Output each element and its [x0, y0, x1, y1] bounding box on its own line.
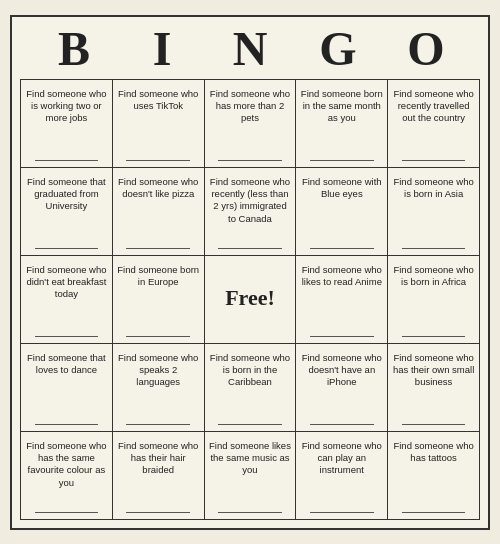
bingo-cell-3: Find someone born in the same month as y… [296, 80, 388, 168]
cell-text-9: Find someone who is born in Asia [392, 174, 475, 245]
cell-text-10: Find someone who didn't eat breakfast to… [25, 262, 108, 333]
cell-line-15 [35, 424, 99, 425]
bingo-cell-14: Find someone who is born in Africa [388, 256, 480, 344]
bingo-card: BINGO Find someone who is working two or… [10, 15, 490, 530]
cell-line-8 [310, 248, 374, 249]
cell-text-5: Find someone that graduated from Univers… [25, 174, 108, 245]
bingo-cell-5: Find someone that graduated from Univers… [21, 168, 113, 256]
cell-text-20: Find someone who has the same favourite … [25, 438, 108, 509]
bingo-letter-i: I [118, 25, 206, 73]
bingo-cell-15: Find someone that loves to dance [21, 344, 113, 432]
cell-line-9 [402, 248, 466, 249]
cell-text-19: Find someone who has their own small bus… [392, 350, 475, 421]
bingo-cell-1: Find someone who uses TikTok [113, 80, 205, 168]
cell-text-8: Find someone with Blue eyes [300, 174, 383, 245]
bingo-cell-6: Find someone who doesn't like pizza [113, 168, 205, 256]
bingo-cell-17: Find someone who is born in the Caribbea… [205, 344, 297, 432]
cell-line-7 [218, 248, 282, 249]
bingo-letter-b: B [30, 25, 118, 73]
bingo-cell-23: Find someone who can play an instrument [296, 432, 388, 520]
cell-text-15: Find someone that loves to dance [25, 350, 108, 421]
cell-text-14: Find someone who is born in Africa [392, 262, 475, 333]
bingo-cell-0: Find someone who is working two or more … [21, 80, 113, 168]
bingo-cell-24: Find someone who has tattoos [388, 432, 480, 520]
cell-text-11: Find someone born in Europe [117, 262, 200, 333]
bingo-cell-8: Find someone with Blue eyes [296, 168, 388, 256]
bingo-grid: Find someone who is working two or more … [20, 79, 480, 520]
cell-line-13 [310, 336, 374, 337]
cell-line-11 [126, 336, 190, 337]
bingo-cell-16: Find someone who speaks 2 languages [113, 344, 205, 432]
bingo-letter-o: O [382, 25, 470, 73]
bingo-cell-11: Find someone born in Europe [113, 256, 205, 344]
cell-text-0: Find someone who is working two or more … [25, 86, 108, 157]
cell-text-6: Find someone who doesn't like pizza [117, 174, 200, 245]
cell-text-12: Free! [225, 262, 275, 333]
cell-line-6 [126, 248, 190, 249]
cell-line-17 [218, 424, 282, 425]
bingo-cell-21: Find someone who has their hair braided [113, 432, 205, 520]
cell-line-2 [218, 160, 282, 161]
cell-line-4 [402, 160, 466, 161]
bingo-cell-13: Find someone who likes to read Anime [296, 256, 388, 344]
cell-line-20 [35, 512, 99, 513]
bingo-cell-19: Find someone who has their own small bus… [388, 344, 480, 432]
cell-text-4: Find someone who recently travelled out … [392, 86, 475, 157]
cell-text-1: Find someone who uses TikTok [117, 86, 200, 157]
bingo-title: BINGO [20, 25, 480, 73]
bingo-letter-g: G [294, 25, 382, 73]
cell-line-21 [126, 512, 190, 513]
cell-line-14 [402, 336, 466, 337]
cell-line-5 [35, 248, 99, 249]
bingo-cell-20: Find someone who has the same favourite … [21, 432, 113, 520]
bingo-cell-4: Find someone who recently travelled out … [388, 80, 480, 168]
cell-text-2: Find someone who has more than 2 pets [209, 86, 292, 157]
bingo-cell-22: Find someone likes the same music as you [205, 432, 297, 520]
cell-text-7: Find someone who recently (less than 2 y… [209, 174, 292, 245]
cell-text-17: Find someone who is born in the Caribbea… [209, 350, 292, 421]
cell-line-18 [310, 424, 374, 425]
cell-line-3 [310, 160, 374, 161]
cell-text-13: Find someone who likes to read Anime [300, 262, 383, 333]
cell-text-18: Find someone who doesn't have an iPhone [300, 350, 383, 421]
cell-text-21: Find someone who has their hair braided [117, 438, 200, 509]
bingo-cell-18: Find someone who doesn't have an iPhone [296, 344, 388, 432]
cell-line-0 [35, 160, 99, 161]
cell-line-23 [310, 512, 374, 513]
cell-line-10 [35, 336, 99, 337]
cell-text-23: Find someone who can play an instrument [300, 438, 383, 509]
cell-line-22 [218, 512, 282, 513]
cell-text-3: Find someone born in the same month as y… [300, 86, 383, 157]
cell-line-1 [126, 160, 190, 161]
bingo-cell-7: Find someone who recently (less than 2 y… [205, 168, 297, 256]
bingo-cell-9: Find someone who is born in Asia [388, 168, 480, 256]
cell-text-16: Find someone who speaks 2 languages [117, 350, 200, 421]
cell-line-19 [402, 424, 466, 425]
bingo-cell-2: Find someone who has more than 2 pets [205, 80, 297, 168]
bingo-letter-n: N [206, 25, 294, 73]
cell-line-16 [126, 424, 190, 425]
cell-text-22: Find someone likes the same music as you [209, 438, 292, 509]
cell-line-24 [402, 512, 466, 513]
cell-text-24: Find someone who has tattoos [392, 438, 475, 509]
bingo-cell-10: Find someone who didn't eat breakfast to… [21, 256, 113, 344]
bingo-cell-12: Free! [205, 256, 297, 344]
